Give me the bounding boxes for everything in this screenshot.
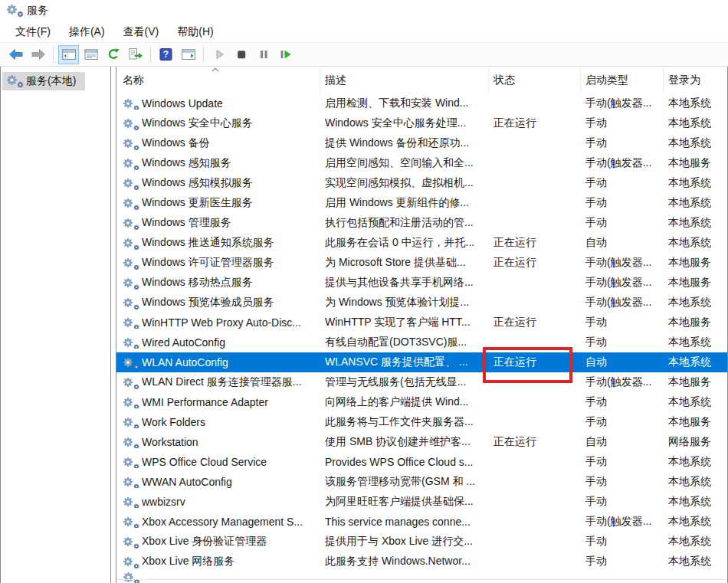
service-status-cell: 正在运行 xyxy=(489,236,581,250)
service-startup-type-cell: 手动 xyxy=(581,395,664,409)
service-row[interactable]: Windows 许可证管理器服务为 Microsoft Store 提供基础..… xyxy=(116,253,727,273)
service-row[interactable]: Windows 感知模拟服务实现空间感知模拟、虚拟相机...手动本地系统 xyxy=(116,173,727,193)
service-row[interactable]: Windows 安全中心服务Windows 安全中心服务处理...正在运行手动本… xyxy=(116,113,727,133)
menu-view[interactable]: 查看(V) xyxy=(114,22,169,42)
service-name-cell: Xbox Accessory Management S... xyxy=(116,516,320,528)
service-description-cell: 为 Microsoft Store 提供基础... xyxy=(320,256,489,270)
service-startup-type-cell: 手动 xyxy=(581,415,664,429)
service-logon-cell: 本地系统 xyxy=(664,455,728,469)
service-startup-type-cell: 手动 xyxy=(581,455,664,469)
menu-file[interactable]: 文件(F) xyxy=(6,22,60,42)
sidebar-item-label: 服务(本地) xyxy=(26,74,76,88)
console-tree-pane: 服务(本地) xyxy=(0,67,111,583)
service-row[interactable]: Windows 更新医生服务启用 Windows 更新组件的修...手动本地系统 xyxy=(116,193,727,213)
service-name-cell: Windows 安全中心服务 xyxy=(116,116,320,130)
service-row[interactable]: Workstation使用 SMB 协议创建并维护客...正在运行自动网络服务 xyxy=(116,432,727,452)
service-row[interactable]: Windows 推送通知系统服务此服务在会话 0 中运行，并托...正在运行自动… xyxy=(116,233,727,253)
pause-icon xyxy=(257,47,271,61)
service-startup-type-cell: 手动(触发器... xyxy=(581,156,664,170)
forward-arrow-icon xyxy=(30,47,47,61)
service-startup-type-cell: 手动 xyxy=(581,116,664,130)
service-row[interactable]: WLAN Direct 服务连接管理器服...管理与无线服务(包括无线显...手… xyxy=(116,372,727,392)
service-logon-cell: 本地系统 xyxy=(664,196,728,210)
play-icon xyxy=(212,47,226,61)
service-description-cell: Windows 安全中心服务处理... xyxy=(320,116,489,130)
service-row[interactable]: Windows 备份提供 Windows 备份和还原功...手动本地系统 xyxy=(116,133,727,153)
service-status-cell: 正在运行 xyxy=(489,435,581,449)
start-service-button[interactable] xyxy=(208,45,229,64)
service-row[interactable]: Windows 感知服务启用空间感知、空间输入和全...手动(触发器...本地服… xyxy=(116,153,727,173)
sidebar-item-services-local[interactable]: 服务(本地) xyxy=(2,72,85,90)
service-description-cell: 此服务支持 Windows.Networ... xyxy=(320,555,489,568)
service-row[interactable]: Windows Update启用检测、下载和安装 Wind...手动(触发器..… xyxy=(116,93,727,113)
services-list-pane: 名称 描述 状态 启动类型 登录为 Windows Update启用检测、下载和… xyxy=(116,67,728,583)
service-description-cell: WLANSVC 服务提供配置、 ... xyxy=(320,355,489,369)
service-row[interactable]: Windows 移动热点服务提供与其他设备共享手机网络...手动(触发器...本… xyxy=(116,273,727,293)
service-logon-cell: 本地系统 xyxy=(664,336,728,349)
service-startup-type-cell: 手动 xyxy=(581,475,664,489)
service-row[interactable]: Xbox Live 网络服务此服务支持 Windows.Networ...手动本… xyxy=(116,552,727,572)
export-list-button[interactable] xyxy=(125,45,146,64)
service-name-cell: WLAN AutoConfig xyxy=(116,356,320,368)
services-gear-icon xyxy=(6,74,21,88)
service-row[interactable]: WWAN AutoConfig该服务管理移动宽带(GSM 和 ...手动本地系统 xyxy=(116,472,727,492)
service-row[interactable]: Wired AutoConfig有线自动配置(DOT3SVC)服...手动本地系… xyxy=(116,332,727,352)
service-logon-cell: 网络服务 xyxy=(664,435,728,449)
service-logon-cell: 本地服务 xyxy=(664,375,728,389)
service-startup-type-cell: 手动(触发器... xyxy=(581,296,664,310)
refresh-icon xyxy=(106,47,121,61)
service-name-cell: wwbizsrv xyxy=(116,496,320,508)
pause-service-button[interactable] xyxy=(253,45,274,64)
menu-help[interactable]: 帮助(H) xyxy=(168,22,222,42)
service-row[interactable]: Windows 管理服务执行包括预配和注册活动的管...手动本地系统 xyxy=(116,213,727,233)
service-name-cell: Workstation xyxy=(116,436,320,448)
service-row[interactable]: Xbox Accessory Management S...This servi… xyxy=(116,512,727,532)
service-row[interactable]: Work Folders此服务将与工作文件夹服务器...手动本地服务 xyxy=(116,412,727,432)
forward-button[interactable] xyxy=(28,45,48,64)
service-logon-cell: 本地系统 xyxy=(664,495,728,509)
service-startup-type-cell: 自动 xyxy=(581,355,664,369)
restart-service-button[interactable] xyxy=(275,45,296,64)
service-row[interactable]: Xbox Live 身份验证管理器提供用于与 Xbox Live 进行交...手… xyxy=(116,532,727,552)
service-startup-type-cell: 手动 xyxy=(581,336,664,349)
service-logon-cell: 本地系统 xyxy=(664,395,728,409)
service-row[interactable]: Windows 预览体验成员服务为 Windows 预览体验计划提...手动(触… xyxy=(116,293,727,313)
column-header-startup-type[interactable]: 启动类型 xyxy=(581,67,664,93)
service-row[interactable]: wwbizsrv为阿里旺旺客户端提供基础保...手动本地系统 xyxy=(116,492,727,512)
content-area: 服务(本地) 名称 描述 状态 启动类型 登录为 Windows Update启… xyxy=(0,67,728,583)
back-button[interactable] xyxy=(5,45,26,64)
service-logon-cell: 本地系统 xyxy=(664,97,728,110)
service-logon-cell: 本地系统 xyxy=(664,555,728,568)
service-logon-cell: 本地系统 xyxy=(664,136,728,150)
menu-bar: 文件(F) 操作(A) 查看(V) 帮助(H) xyxy=(0,21,728,43)
properties-button[interactable] xyxy=(80,45,101,64)
stop-icon xyxy=(234,47,248,61)
service-name-cell: Windows 管理服务 xyxy=(116,216,320,230)
stop-service-button[interactable] xyxy=(231,45,251,64)
show-console-tree-button[interactable] xyxy=(58,45,79,64)
toolbar-separator xyxy=(53,47,54,63)
column-header-logon-as[interactable]: 登录为 xyxy=(664,67,728,93)
service-name-cell: Windows 移动热点服务 xyxy=(116,276,320,290)
column-header-status[interactable]: 状态 xyxy=(489,67,581,93)
service-name-cell: WWAN AutoConfig xyxy=(116,476,320,488)
service-row[interactable]: WMI Performance Adapter向网络上的客户端提供 Wind..… xyxy=(116,392,727,412)
service-name-cell: WMI Performance Adapter xyxy=(116,396,320,408)
service-logon-cell: 本地服务 xyxy=(664,316,728,329)
service-name-cell: Work Folders xyxy=(116,416,320,428)
service-row[interactable]: WLAN AutoConfigWLANSVC 服务提供配置、 ...正在运行自动… xyxy=(116,352,727,372)
help-button[interactable]: ? xyxy=(156,45,176,64)
service-description-cell: 启用 Windows 更新组件的修... xyxy=(320,196,489,210)
toolbar: ? xyxy=(0,43,728,67)
refresh-button[interactable] xyxy=(103,45,123,64)
service-name-cell: Windows 预览体验成员服务 xyxy=(116,296,320,310)
service-name-cell: Windows 感知服务 xyxy=(116,156,320,170)
service-gear-icon xyxy=(123,572,138,583)
column-header-description[interactable]: 描述 xyxy=(320,67,489,93)
service-row[interactable]: WinHTTP Web Proxy Auto-Disc...WinHTTP 实现… xyxy=(116,313,727,332)
menu-action[interactable]: 操作(A) xyxy=(60,22,114,42)
show-action-pane-button[interactable] xyxy=(178,45,198,64)
svg-text:?: ? xyxy=(163,49,169,60)
service-row[interactable]: WPS Office Cloud ServiceProvides WPS Off… xyxy=(116,452,727,472)
service-name-cell: Windows 备份 xyxy=(116,136,320,150)
